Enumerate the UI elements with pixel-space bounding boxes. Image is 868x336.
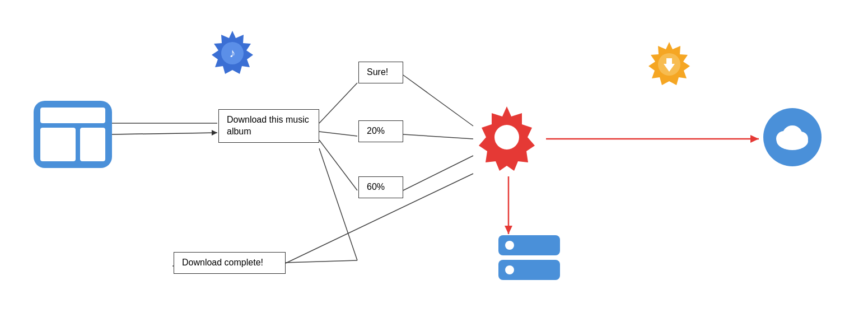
- gear-icon: [470, 101, 543, 174]
- svg-line-0: [112, 133, 217, 134]
- sure-box: Sure!: [358, 62, 403, 83]
- sixty-percent-label: 60%: [367, 182, 385, 192]
- download-complete-label: Download complete!: [182, 258, 263, 267]
- sure-label: Sure!: [367, 67, 388, 77]
- connector-lines: [0, 0, 868, 336]
- db-dot-1: [505, 241, 514, 250]
- svg-line-2: [403, 75, 473, 126]
- diagram-container: ♪: [0, 0, 868, 336]
- svg-marker-7: [750, 135, 759, 143]
- download-badge-icon: [644, 39, 694, 90]
- svg-line-11: [319, 83, 357, 123]
- browser-right-panel: [80, 128, 105, 161]
- database-icon: [498, 235, 560, 280]
- download-music-box: Download this music album: [218, 109, 319, 143]
- svg-marker-9: [505, 226, 512, 234]
- download-complete-box: Download complete!: [174, 252, 286, 274]
- music-badge-icon: ♪: [207, 28, 258, 78]
- sixty-percent-box: 60%: [358, 176, 403, 198]
- download-music-label: Download this music album: [227, 115, 309, 136]
- twenty-percent-box: 20%: [358, 120, 403, 142]
- svg-text:♪: ♪: [230, 46, 236, 60]
- svg-line-3: [403, 134, 473, 139]
- svg-line-13: [319, 140, 357, 190]
- browser-left-panel: [40, 128, 76, 161]
- svg-line-4: [403, 156, 473, 190]
- cloud-icon: [762, 106, 823, 157]
- db-row-2: [498, 260, 560, 280]
- svg-line-14: [319, 148, 357, 260]
- db-dot-2: [505, 265, 514, 274]
- db-row-1: [498, 235, 560, 255]
- svg-line-12: [319, 132, 357, 136]
- twenty-percent-label: 20%: [367, 126, 385, 136]
- svg-point-25: [794, 132, 808, 146]
- browser-icon: [34, 101, 112, 168]
- browser-top-bar: [40, 108, 105, 123]
- svg-marker-1: [212, 130, 217, 136]
- svg-point-18: [494, 125, 519, 150]
